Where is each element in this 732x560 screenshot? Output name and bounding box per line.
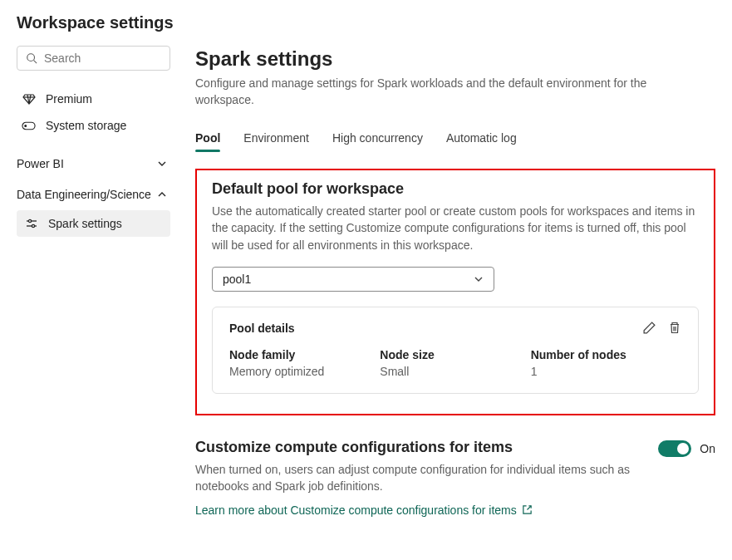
trash-icon [668,321,681,335]
learn-more-text: Learn more about Customize compute confi… [195,504,517,517]
node-size-value: Small [380,365,530,378]
search-box[interactable] [17,46,170,71]
pool-details-card: Pool details [212,307,699,394]
num-nodes: Number of nodes 1 [531,348,681,378]
customize-toggle[interactable] [658,440,691,457]
customize-description: When turned on, users can adjust compute… [195,461,641,495]
section-label: Data Engineering/Science [17,187,151,202]
main-description: Configure and manage settings for Spark … [195,76,661,108]
sidebar-item-label: Spark settings [48,217,122,230]
sidebar-item-premium[interactable]: Premium [17,86,170,112]
chevron-up-icon [157,189,167,199]
sidebar-item-label: Premium [46,92,92,106]
node-size-label: Node size [380,348,530,361]
customize-section: Customize compute configurations for ite… [195,439,715,517]
page-title: Workspace settings [17,13,715,32]
default-pool-description: Use the automatically created starter po… [212,203,699,253]
pool-details-header: Pool details [229,322,295,335]
chevron-down-icon [157,159,167,169]
default-pool-title: Default pool for workspace [212,180,699,198]
diamond-icon [22,92,36,106]
sidebar-item-system-storage[interactable]: System storage [17,112,170,139]
storage-icon [22,121,36,130]
svg-line-10 [527,506,531,510]
node-family-value: Memory optimized [229,365,380,378]
sidebar-section-data-eng[interactable]: Data Engineering/Science [17,179,170,210]
main-title: Spark settings [195,47,715,71]
svg-point-7 [32,225,34,228]
section-label: Power BI [17,157,64,170]
tabs: Pool Environment High concurrency Automa… [195,125,715,152]
tab-automatic-log[interactable]: Automatic log [446,125,517,151]
num-nodes-label: Number of nodes [531,348,681,361]
pool-dropdown[interactable]: pool1 [212,267,494,292]
toggle-state-label: On [700,442,715,455]
tab-environment[interactable]: Environment [243,125,309,151]
search-icon [26,52,37,64]
search-input[interactable] [44,52,161,65]
learn-more-link[interactable]: Learn more about Customize compute confi… [195,504,533,517]
pencil-icon [642,321,656,335]
svg-rect-2 [22,122,35,130]
sidebar-item-label: System storage [46,119,126,132]
num-nodes-value: 1 [531,365,681,378]
main-content: Spark settings Configure and manage sett… [195,46,715,517]
delete-button[interactable] [668,321,681,335]
sliders-icon [25,217,38,230]
tab-pool[interactable]: Pool [195,125,220,151]
default-pool-section: Default pool for workspace Use the autom… [195,169,715,415]
svg-point-0 [27,54,35,61]
edit-button[interactable] [642,321,656,335]
node-family: Node family Memory optimized [229,348,380,378]
sidebar-section-power-bi[interactable]: Power BI [17,149,170,179]
sidebar-item-spark-settings[interactable]: Spark settings [17,210,170,237]
customize-title: Customize compute configurations for ite… [195,439,641,456]
node-family-label: Node family [229,348,380,361]
external-link-icon [522,504,533,515]
svg-point-3 [25,125,27,126]
chevron-down-icon [474,274,484,284]
tab-high-concurrency[interactable]: High concurrency [332,125,423,151]
pool-dropdown-value: pool1 [223,273,251,286]
svg-point-5 [28,220,31,223]
sidebar: Premium System storage Power BI Data Eng… [17,46,170,517]
node-size: Node size Small [380,348,530,378]
svg-line-1 [34,61,37,64]
